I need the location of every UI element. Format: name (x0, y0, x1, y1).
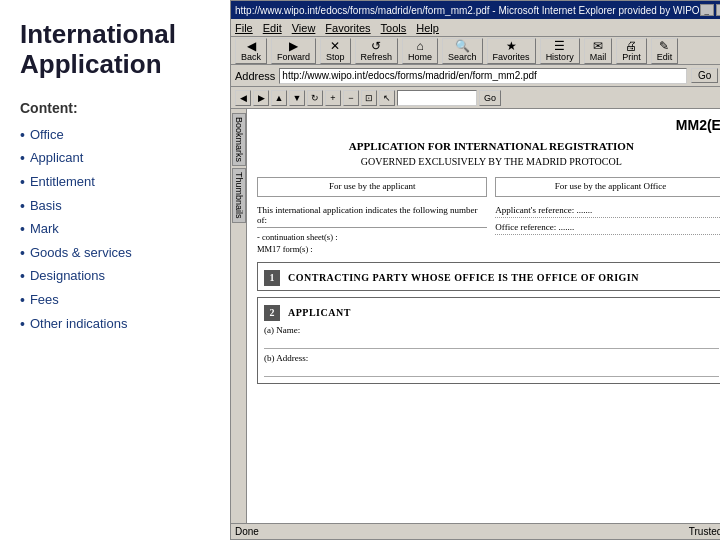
go-button[interactable]: Go (691, 68, 718, 83)
edit-button[interactable]: ✎Edit (651, 38, 679, 64)
list-item: •Designations (20, 267, 215, 287)
doc-field-right: Applicant's reference: ....... Office re… (495, 205, 720, 256)
list-item: •Mark (20, 220, 215, 240)
menu-file[interactable]: File (235, 22, 253, 34)
thumbnails-tab[interactable]: Thumbnails (232, 168, 246, 223)
main-title: International Application (20, 20, 215, 80)
section-1-title: CONTRACTING PARTY WHOSE OFFICE IS THE OF… (288, 272, 639, 283)
security-zone: Trusted sites (689, 526, 720, 537)
list-item: •Goods & services (20, 244, 215, 264)
mail-button[interactable]: ✉Mail (584, 38, 613, 64)
bullet-dot: • (20, 315, 25, 335)
document-area: MM2(E) APPLICATION FOR INTERNATIONAL REG… (247, 109, 720, 523)
browser-window: http://www.wipo.int/edocs/forms/madrid/e… (230, 0, 720, 540)
search-input[interactable] (397, 90, 477, 106)
home-button[interactable]: ⌂Home (402, 38, 438, 64)
browser-toolbar: ◀Back ▶Forward ✕Stop ↺Refresh ⌂Home 🔍Sea… (231, 37, 720, 65)
browser-title-text: http://www.wipo.int/edocs/forms/madrid/e… (235, 5, 700, 16)
nav-left-button[interactable]: ◀ (235, 90, 251, 106)
bullet-dot: • (20, 149, 25, 169)
stop-button[interactable]: ✕Stop (320, 38, 351, 64)
menu-edit[interactable]: Edit (263, 22, 282, 34)
section-2-title: APPLICANT (288, 307, 351, 318)
section-2-box: 2 APPLICANT (a) Name: (b) Address: (257, 297, 720, 384)
list-item: •Basis (20, 197, 215, 217)
search-button[interactable]: 🔍Search (442, 38, 483, 64)
section-2-field-b: (b) Address: (264, 353, 719, 363)
browser-titlebar: http://www.wipo.int/edocs/forms/madrid/e… (231, 1, 720, 19)
forward-button[interactable]: ▶Forward (271, 38, 316, 64)
doc-code: MM2(E) (257, 117, 720, 133)
list-item: •Fees (20, 291, 215, 311)
address-label: Address (235, 70, 275, 82)
history-button[interactable]: ☰History (540, 38, 580, 64)
bullet-dot: • (20, 267, 25, 287)
section-2-field-a: (a) Name: (264, 325, 719, 335)
bullet-dot: • (20, 197, 25, 217)
back-button[interactable]: ◀Back (235, 38, 267, 64)
nav-right-button[interactable]: ▶ (253, 90, 269, 106)
favorites-button[interactable]: ★Favorites (487, 38, 536, 64)
browser-menubar: File Edit View Favorites Tools Help (231, 19, 720, 37)
section-2-number: 2 (264, 305, 280, 321)
select-button[interactable]: ↖ (379, 90, 395, 106)
section-1-box: 1 CONTRACTING PARTY WHOSE OFFICE IS THE … (257, 262, 720, 291)
doc-col-applicant: For use by the applicant (257, 177, 487, 197)
browser-sidebar: Bookmarks Thumbnails (231, 109, 247, 523)
fit-button[interactable]: ⊡ (361, 90, 377, 106)
zoom-out-button[interactable]: − (343, 90, 359, 106)
doc-subtitle: GOVERNED EXCLUSIVELY BY THE MADRID PROTO… (257, 156, 720, 167)
title-controls[interactable]: _ □ ✕ (700, 4, 720, 16)
address-input[interactable] (279, 68, 687, 84)
list-item: •Entitlement (20, 173, 215, 193)
browser-statusbar: Done Trusted sites (231, 523, 720, 539)
maximize-button[interactable]: □ (716, 4, 720, 16)
nav-down-button[interactable]: ▼ (289, 90, 305, 106)
doc-continuation-label: - continuation sheet(s) : (257, 232, 487, 242)
nav-up-button[interactable]: ▲ (271, 90, 287, 106)
menu-help[interactable]: Help (416, 22, 439, 34)
doc-office-ref: Office reference: ....... (495, 222, 720, 235)
doc-app-ref: Applicant's reference: ....... (495, 205, 720, 218)
bookmarks-tab[interactable]: Bookmarks (232, 113, 246, 166)
section-1-number: 1 (264, 270, 280, 286)
bullet-dot: • (20, 173, 25, 193)
minimize-button[interactable]: _ (700, 4, 714, 16)
refresh-button[interactable]: ↺Refresh (355, 38, 399, 64)
doc-col-office: For use by the applicant Office (495, 177, 720, 197)
doc-field-left: This international application indicates… (257, 205, 487, 256)
browser-addressbar: Address Go Links (231, 65, 720, 87)
doc-int-app-label: This international application indicates… (257, 205, 487, 228)
bullet-dot: • (20, 244, 25, 264)
bullet-dot: • (20, 126, 25, 146)
doc-mm17-label: MM17 form(s) : (257, 244, 487, 254)
status-text: Done (235, 526, 259, 537)
menu-tools[interactable]: Tools (381, 22, 407, 34)
menu-view[interactable]: View (292, 22, 316, 34)
doc-main-title: APPLICATION FOR INTERNATIONAL REGISTRATI… (257, 139, 720, 153)
bullet-dot: • (20, 220, 25, 240)
list-item: •Office (20, 126, 215, 146)
zoom-in-button[interactable]: + (325, 90, 341, 106)
doc-columns: For use by the applicant For use by the … (257, 177, 720, 197)
list-item: •Applicant (20, 149, 215, 169)
content-label: Content: (20, 100, 215, 116)
rotate-button[interactable]: ↻ (307, 90, 323, 106)
search-go-button[interactable]: Go (479, 90, 501, 106)
browser-content: Bookmarks Thumbnails MM2(E) APPLICATION … (231, 109, 720, 523)
section-2-content: (a) Name: (b) Address: (264, 325, 719, 377)
browser-second-toolbar: ◀ ▶ ▲ ▼ ↻ + − ⊡ ↖ Go (231, 87, 720, 109)
doc-fields-row: This international application indicates… (257, 205, 720, 256)
menu-favorites[interactable]: Favorites (325, 22, 370, 34)
left-panel: International Application Content: •Offi… (0, 0, 230, 540)
list-item: •Other indications (20, 315, 215, 335)
print-button[interactable]: 🖨Print (616, 38, 647, 64)
bullet-dot: • (20, 291, 25, 311)
bullet-list: •Office •Applicant •Entitlement •Basis •… (20, 126, 215, 338)
